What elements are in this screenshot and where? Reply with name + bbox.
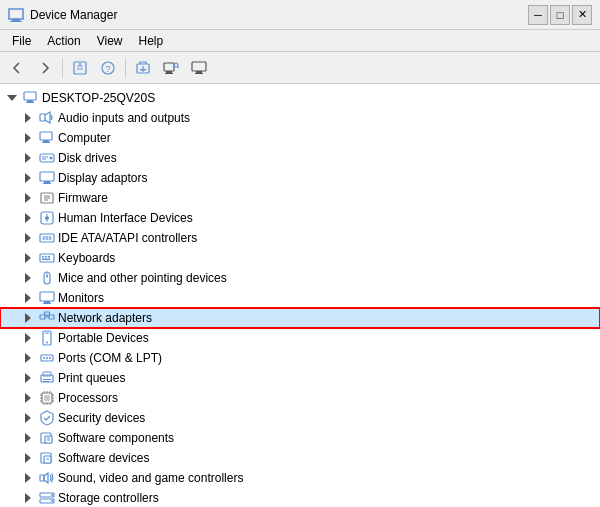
forward-button[interactable] [32,56,58,80]
svg-rect-52 [40,292,54,301]
svg-point-95 [51,494,53,496]
svg-rect-11 [166,71,172,73]
menu-help[interactable]: Help [131,30,172,51]
tree-item-ide[interactable]: IDE ATA/ATAPI controllers [0,228,600,248]
svg-rect-22 [40,132,52,140]
svg-rect-21 [40,114,45,121]
svg-rect-47 [45,256,47,258]
processors-expander[interactable] [20,390,36,406]
keyboard-icon [39,250,55,266]
main-content[interactable]: DESKTOP-25QV20S Audio inputs and outputs [0,84,600,507]
tree-item-display[interactable]: Display adaptors [0,168,600,188]
svg-rect-69 [43,379,51,380]
svg-line-14 [178,66,180,68]
tree-item-keyboards[interactable]: Keyboards [0,248,600,268]
hid-icon [39,210,55,226]
software-devices-label: Software devices [58,451,149,465]
back-button[interactable] [4,56,30,80]
mice-label: Mice and other pointing devices [58,271,227,285]
monitors-expander[interactable] [20,290,36,306]
computer-icon [23,90,39,106]
tree-item-software-devices[interactable]: Software devices [0,448,600,468]
security-expander[interactable] [20,410,36,426]
svg-rect-10 [164,63,174,71]
tree-item-monitors[interactable]: Monitors [0,288,600,308]
tree-item-security[interactable]: Security devices [0,408,600,428]
tree-item-audio[interactable]: Audio inputs and outputs [0,108,600,128]
tree-root[interactable]: DESKTOP-25QV20S [0,88,600,108]
portable-label: Portable Devices [58,331,149,345]
tree-item-ports[interactable]: Ports (COM & LPT) [0,348,600,368]
tree-item-network[interactable]: Network adapters [0,308,600,328]
tree-item-portable[interactable]: Portable Devices [0,328,600,348]
svg-rect-48 [48,256,50,258]
software-devices-expander[interactable] [20,450,36,466]
tree-item-disk[interactable]: Disk drives [0,148,600,168]
update-button[interactable] [130,56,156,80]
app-icon [8,7,24,23]
computer-expander[interactable] [20,130,36,146]
svg-rect-23 [43,140,49,142]
software-components-expander[interactable] [20,430,36,446]
tree-item-sound[interactable]: Sound, video and game controllers [0,468,600,488]
sound-expander[interactable] [20,470,36,486]
svg-rect-31 [43,183,51,184]
svg-point-62 [46,342,48,344]
menu-view[interactable]: View [89,30,131,51]
mouse-icon [39,270,55,286]
tree-item-hid[interactable]: Human Interface Devices [0,208,600,228]
tree-item-software-components[interactable]: Software components [0,428,600,448]
keyboards-expander[interactable] [20,250,36,266]
storage-expander[interactable] [20,490,36,506]
ide-expander[interactable] [20,230,36,246]
toolbar-separator-2 [125,58,126,78]
menu-file[interactable]: File [4,30,39,51]
tree-item-storage[interactable]: Storage controllers [0,488,600,507]
svg-rect-55 [40,315,45,319]
computer-label: Computer [58,131,111,145]
svg-rect-30 [44,181,50,183]
tree-item-firmware[interactable]: Firmware [0,188,600,208]
ide-label: IDE ATA/ATAPI controllers [58,231,197,245]
svg-rect-56 [49,315,54,319]
menu-action[interactable]: Action [39,30,88,51]
hid-expander[interactable] [20,210,36,226]
svg-rect-16 [196,71,202,73]
close-button[interactable]: ✕ [572,5,592,25]
svg-rect-18 [24,92,36,100]
disk-expander[interactable] [20,150,36,166]
mice-expander[interactable] [20,270,36,286]
portable-icon [39,330,55,346]
sound-label: Sound, video and game controllers [58,471,243,485]
tree-item-processors[interactable]: Processors [0,388,600,408]
print-icon [39,370,55,386]
portable-expander[interactable] [20,330,36,346]
svg-point-13 [174,63,178,67]
monitor-button[interactable] [186,56,212,80]
menu-bar: File Action View Help [0,30,600,52]
processor-icon [39,390,55,406]
maximize-button[interactable]: □ [550,5,570,25]
svg-point-51 [46,275,48,277]
audio-expander[interactable] [20,110,36,126]
firmware-expander[interactable] [20,190,36,206]
display-expander[interactable] [20,170,36,186]
tree-item-computer[interactable]: Computer [0,128,600,148]
disk-label: Disk drives [58,151,117,165]
ports-expander[interactable] [20,350,36,366]
svg-rect-53 [44,301,50,303]
help-button[interactable]: ? [95,56,121,80]
minimize-button[interactable]: ─ [528,5,548,25]
print-label: Print queues [58,371,125,385]
svg-point-96 [51,500,53,502]
root-expander[interactable] [4,90,20,106]
tree-item-mice[interactable]: Mice and other pointing devices [0,268,600,288]
tree-item-print[interactable]: Print queues [0,368,600,388]
properties-button[interactable] [67,56,93,80]
print-expander[interactable] [20,370,36,386]
network-expander[interactable] [20,310,36,326]
monitor-icon [39,290,55,306]
storage-label: Storage controllers [58,491,159,505]
scan-button[interactable] [158,56,184,80]
toolbar-separator-1 [62,58,63,78]
